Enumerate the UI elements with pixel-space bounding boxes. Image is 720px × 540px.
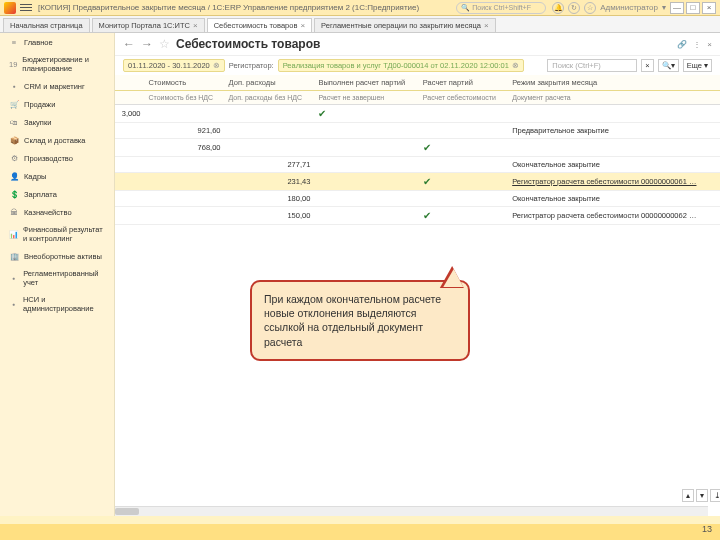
close-button[interactable]: × — [702, 2, 716, 14]
user-chevron-icon[interactable]: ▾ — [662, 3, 666, 12]
tab[interactable]: Начальная страница — [3, 18, 90, 32]
maximize-button[interactable]: □ — [686, 2, 700, 14]
clear-period-icon[interactable]: ⊗ — [213, 61, 220, 70]
star-icon[interactable]: ☆ — [584, 2, 596, 14]
tab[interactable]: Монитор Портала 1С:ИТС× — [92, 18, 205, 32]
column-header[interactable]: Стоимость — [145, 75, 225, 91]
cell — [115, 207, 145, 225]
tab[interactable]: Регламентные операции по закрытию месяца… — [314, 18, 496, 32]
clear-search-button[interactable]: × — [641, 59, 653, 72]
registrator-label: Регистратор: — [229, 61, 274, 70]
page-close-icon[interactable]: × — [707, 40, 712, 49]
page-title: Себестоимость товаров — [176, 37, 671, 51]
cell — [145, 173, 225, 191]
column-subheader[interactable]: Стоимость без НДС — [145, 91, 225, 105]
table-row[interactable]: 277,71Окончательное закрытие — [115, 157, 720, 173]
column-subheader[interactable]: Доп. расходы без НДС — [225, 91, 315, 105]
sidebar-item-label: Финансовый результат и контроллинг — [23, 225, 108, 243]
table-row[interactable]: 768,00✔ — [115, 139, 720, 157]
bell-icon[interactable]: 🔔 — [552, 2, 564, 14]
cell — [419, 123, 508, 139]
cell: 921,60 — [145, 123, 225, 139]
sidebar-item-label: CRM и маркетинг — [24, 82, 85, 91]
cell[interactable]: Регистратор расчета себестоимости 000000… — [508, 173, 720, 191]
sidebar-item[interactable]: 🏛Казначейство — [0, 203, 114, 221]
cell: 150,00 — [225, 207, 315, 225]
table-row[interactable]: 231,43✔Регистратор расчета себестоимости… — [115, 173, 720, 191]
cell — [115, 191, 145, 207]
forward-arrow-icon[interactable]: → — [141, 37, 153, 51]
registrator-chip[interactable]: Реализация товаров и услуг ТД00-000014 о… — [278, 59, 524, 72]
column-header[interactable]: Доп. расходы — [225, 75, 315, 91]
filter-button[interactable]: 🔍▾ — [658, 59, 679, 72]
column-header[interactable]: Режим закрытия месяца — [508, 75, 720, 91]
sidebar-icon: 🏢 — [9, 251, 19, 261]
sidebar-item[interactable]: 📊Финансовый результат и контроллинг — [0, 221, 114, 247]
back-arrow-icon[interactable]: ← — [123, 37, 135, 51]
cell: 180,00 — [225, 191, 315, 207]
clear-registrator-icon[interactable]: ⊗ — [512, 61, 519, 70]
cell — [419, 191, 508, 207]
cell: 768,00 — [145, 139, 225, 157]
cell — [115, 139, 145, 157]
cell — [314, 173, 418, 191]
sidebar-item[interactable]: НСИ и администрирование — [0, 291, 114, 317]
sidebar-item[interactable]: 🏢Внеоборотные активы — [0, 247, 114, 265]
table-row[interactable]: 3,000✔ — [115, 105, 720, 123]
tab-close-icon[interactable]: × — [193, 21, 198, 30]
sidebar-item[interactable]: 📦Склад и доставка — [0, 131, 114, 149]
sidebar-item[interactable]: ≡Главное — [0, 33, 114, 51]
sidebar-icon: ≡ — [9, 37, 19, 47]
page-number: 13 — [702, 524, 712, 534]
global-search-input[interactable]: Поиск Ctrl+Shift+F — [456, 2, 546, 14]
hamburger-icon[interactable] — [20, 2, 32, 14]
link-icon[interactable]: 🔗 — [677, 40, 687, 49]
column-subheader[interactable]: Расчет себестоимости — [419, 91, 508, 105]
kebab-icon[interactable]: ⋮ — [693, 40, 701, 49]
cell — [115, 157, 145, 173]
sidebar-item[interactable]: 💲Зарплата — [0, 185, 114, 203]
history-icon[interactable]: ↻ — [568, 2, 580, 14]
tab-close-icon[interactable]: × — [300, 21, 305, 30]
sidebar-icon: 👤 — [9, 171, 19, 181]
period-filter-chip[interactable]: 01.11.2020 - 30.11.2020 ⊗ — [123, 59, 225, 72]
column-subheader[interactable] — [115, 91, 145, 105]
nav-up-button[interactable]: ▴ — [682, 489, 694, 502]
sidebar-item[interactable]: 🛒Продажи — [0, 95, 114, 113]
favorite-star-icon[interactable]: ☆ — [159, 37, 170, 51]
table-row[interactable]: 150,00✔Регистратор расчета себестоимости… — [115, 207, 720, 225]
column-subheader[interactable]: Расчет не завершен — [314, 91, 418, 105]
h-scrollbar[interactable] — [115, 506, 708, 516]
user-label[interactable]: Администратор — [600, 3, 658, 12]
sidebar-item[interactable]: ⚙Производство — [0, 149, 114, 167]
column-subheader[interactable]: Документ расчета — [508, 91, 720, 105]
sidebar-item-label: Склад и доставка — [24, 136, 85, 145]
table-row[interactable]: 921,60Предварительное закрытие — [115, 123, 720, 139]
table-row[interactable]: 180,00Окончательное закрытие — [115, 191, 720, 207]
nav-end-button[interactable]: ⤓ — [710, 489, 720, 502]
check-icon: ✔ — [423, 210, 431, 221]
grid-search-input[interactable]: Поиск (Ctrl+F) — [547, 59, 637, 72]
cell — [115, 123, 145, 139]
sidebar-item[interactable]: 🛍Закупки — [0, 113, 114, 131]
h-scroll-thumb[interactable] — [115, 508, 139, 515]
tab-close-icon[interactable]: × — [484, 21, 489, 30]
column-header[interactable] — [115, 75, 145, 91]
sidebar-item[interactable]: 19Бюджетирование и планирование — [0, 51, 114, 77]
nav-down-button[interactable]: ▾ — [696, 489, 708, 502]
tab[interactable]: Себестоимость товаров× — [207, 18, 312, 32]
sidebar-item-label: Регламентированный учет — [23, 269, 108, 287]
sidebar-icon: 🛒 — [9, 99, 19, 109]
tab-label: Себестоимость товаров — [214, 21, 298, 30]
sidebar-icon — [9, 273, 18, 283]
column-header[interactable]: Расчет партий — [419, 75, 508, 91]
more-button[interactable]: Еще▾ — [683, 59, 712, 72]
sidebar-item[interactable]: 👤Кадры — [0, 167, 114, 185]
sidebar-icon: 19 — [9, 59, 17, 69]
minimize-button[interactable]: — — [670, 2, 684, 14]
sidebar-item[interactable]: CRM и маркетинг — [0, 77, 114, 95]
cell — [419, 105, 508, 123]
column-header[interactable]: Выполнен расчет партий — [314, 75, 418, 91]
sidebar-item[interactable]: Регламентированный учет — [0, 265, 114, 291]
cell: Окончательное закрытие — [508, 157, 720, 173]
